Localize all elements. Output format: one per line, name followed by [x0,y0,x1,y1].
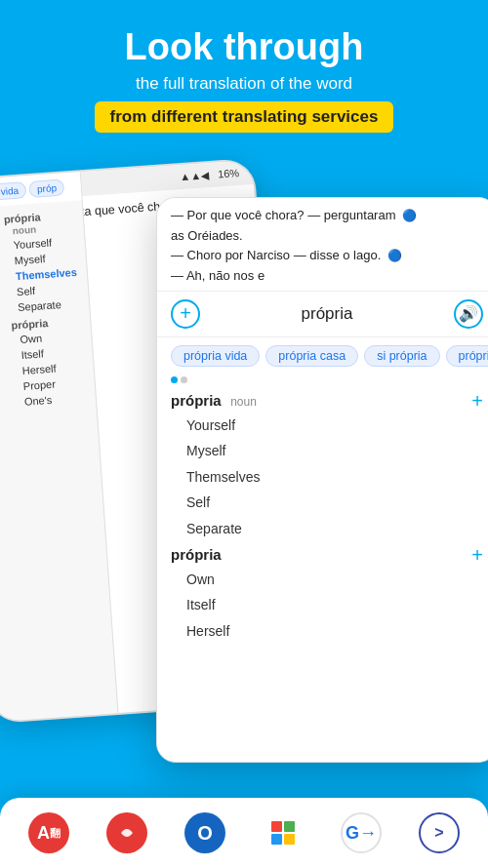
entry-header-0: própria noun + [171,391,483,411]
tag-0[interactable]: própria vida [171,345,260,367]
circle-o-icon[interactable]: O [182,809,228,856]
reverso-icon[interactable] [103,809,150,856]
entry-section-1: própria + Own Itself Herself [171,545,483,644]
dot-indicator [157,375,488,387]
signal-icon: ▲▲◀ [180,169,210,182]
front-text-1: — Por que você chora? — perguntaram 🔵 [171,206,483,226]
left-tag-1: próp [28,178,64,197]
reverso-svg [113,819,141,847]
front-text-3: — Choro por Narciso — disse o lago. 🔵 [171,246,483,266]
front-text-4: — Ah, não nos e [171,266,483,287]
source-label: > [434,824,443,842]
source-icon[interactable]: > [416,809,463,856]
front-text-2: as Oréiades. [171,226,483,247]
entry-add-1[interactable]: + [471,545,483,565]
entry-add-0[interactable]: + [471,391,483,411]
header-subtitle: the full translation of the word [20,74,468,94]
entry-section-0: própria noun + Yourself Myself Themselve… [171,391,483,541]
entry-item-yourself: Yourself [171,413,483,438]
translator-a-label: A [37,823,50,844]
phone-front: — Por que você chora? — perguntaram 🔵 as… [156,197,488,763]
entry-item-self: Self [171,490,483,515]
dict-content: própria noun + Yourself Myself Themselve… [157,387,488,651]
header-highlight: from different translating services [95,101,394,133]
entry-item-own: Own [171,567,483,592]
bottom-toolbar: A 翻 O G→ [0,798,488,868]
translator-a-icon[interactable]: A 翻 [25,809,72,856]
front-top-text: — Por que você chora? — perguntaram 🔵 as… [157,198,488,292]
tag-2[interactable]: si própria [364,345,439,367]
speaker-button[interactable]: 🔊 [454,299,483,329]
entry-item-themselves: Themselves [171,464,483,490]
entry-word-1: própria [171,546,222,564]
status-right: ▲▲◀ 16% [180,167,240,183]
tag-1[interactable]: própria casa [265,345,358,367]
google-translate-icon[interactable]: G→ [338,809,385,856]
tag-3[interactable]: própria c [446,345,488,367]
windows-icon[interactable] [260,809,306,856]
front-header: + própria 🔊 [157,292,488,337]
phone-area: 2:02 ▲▲◀ 16% própria vida próp + própria… [0,158,488,782]
entry-word-0: própria noun [171,392,257,410]
left-tag-0: própria vida [0,181,27,203]
header: Look through the full translation of the… [0,0,488,148]
circle-o-label: O [197,822,213,845]
front-header-word: própria [200,304,454,324]
battery-text: 16% [218,167,240,180]
add-button-front[interactable]: + [171,299,200,329]
entry-item-herself: Herself [171,618,483,644]
entry-header-1: própria + [171,545,483,565]
google-translate-label: G→ [346,823,377,844]
windows-logo [271,821,295,845]
tags-row: própria vida própria casa si própria pró… [157,337,488,375]
dot-inactive [181,376,187,383]
header-title: Look through [20,27,468,68]
dot-active [171,376,178,383]
entry-item-myself: Myself [171,438,483,463]
entry-item-itself: Itself [171,592,483,617]
entry-item-separate: Separate [171,516,483,541]
